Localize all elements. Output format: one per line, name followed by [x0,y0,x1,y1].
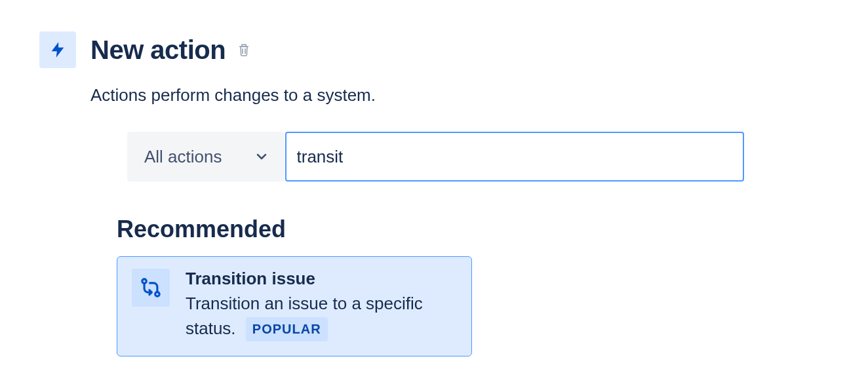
transition-icon [132,269,170,307]
chevron-down-icon [254,149,269,164]
page-subtitle: Actions perform changes to a system. [90,85,829,106]
card-title: Transition issue [186,269,457,289]
action-search-input[interactable] [285,132,744,182]
dropdown-label: All actions [144,147,222,167]
page-title: New action [90,35,226,65]
section-heading-recommended: Recommended [117,216,829,243]
action-lightning-icon [39,31,76,68]
delete-button[interactable] [235,41,253,59]
popular-badge: POPULAR [246,317,328,341]
action-card-transition-issue[interactable]: Transition issue Transition an issue to … [117,256,472,356]
card-description: Transition an issue to a specific status… [186,292,457,341]
trash-icon [236,42,252,58]
actions-filter-dropdown[interactable]: All actions [127,132,284,182]
